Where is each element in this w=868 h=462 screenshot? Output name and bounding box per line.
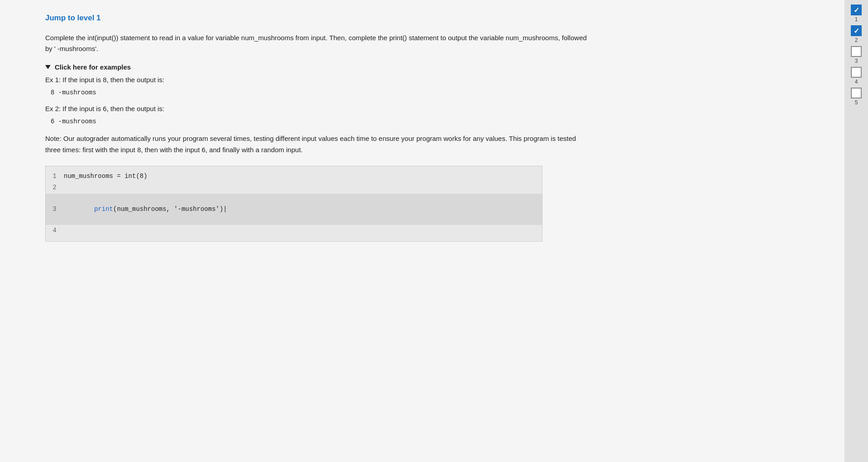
examples-content: Ex 1: If the input is 8, then the output… (45, 75, 817, 125)
line-number-1: 1 (46, 172, 64, 182)
example-1-output: 8 -mushrooms (51, 89, 817, 96)
level-checkbox-2[interactable] (851, 25, 862, 36)
example-1-label: Ex 1: If the input is 8, then the output… (45, 75, 817, 85)
level-item-2: 2 (851, 25, 862, 43)
description-text: Complete the int(input()) statement to r… (45, 33, 588, 54)
level-number-5: 5 (855, 99, 858, 106)
triangle-icon (45, 65, 51, 69)
keyword-print: print (94, 205, 113, 213)
level-number-1: 1 (855, 16, 858, 23)
code-line-3[interactable]: 3 print(num_mushrooms, '-mushrooms')| (46, 194, 542, 225)
level-item-4: 4 (851, 67, 862, 85)
line-number-2: 2 (46, 183, 64, 193)
level-number-3: 3 (855, 58, 858, 64)
note-text: Note: Our autograder automatically runs … (45, 133, 588, 156)
example-2-output: 6 -mushrooms (51, 118, 817, 125)
line-code-3[interactable]: print(num_mushrooms, '-mushrooms')| (64, 195, 227, 224)
code-line-2: 2 (46, 182, 542, 194)
level-checkbox-3[interactable] (851, 46, 862, 57)
level-item-3: 3 (851, 46, 862, 64)
level-number-2: 2 (855, 37, 858, 43)
main-content: Jump to level 1 Complete the int(input()… (0, 0, 844, 462)
line-number-3: 3 (46, 205, 64, 215)
level-number-4: 4 (855, 79, 858, 85)
example-2-label: Ex 2: If the input is 6, then the output… (45, 103, 817, 114)
code-editor[interactable]: 1 num_mushrooms = int(8) 2 3 print(num_m… (45, 166, 542, 242)
level-item-5: 5 (851, 88, 862, 106)
level-checkbox-1[interactable] (851, 5, 862, 15)
code-line-4: 4 (46, 225, 542, 237)
level-item-1: 1 (851, 5, 862, 23)
line-code-3-rest: (num_mushrooms, '-mushrooms')| (113, 205, 227, 213)
jump-to-level-link[interactable]: Jump to level 1 (45, 14, 817, 23)
examples-toggle-label: Click here for examples (55, 63, 131, 71)
level-checkbox-4[interactable] (851, 67, 862, 78)
code-line-1: 1 num_mushrooms = int(8) (46, 171, 542, 182)
line-number-4: 4 (46, 226, 64, 236)
line-code-1[interactable]: num_mushrooms = int(8) (64, 172, 147, 182)
level-checkbox-5[interactable] (851, 88, 862, 98)
sidebar: 1 2 3 4 5 (844, 0, 868, 462)
examples-toggle-button[interactable]: Click here for examples (45, 63, 817, 71)
